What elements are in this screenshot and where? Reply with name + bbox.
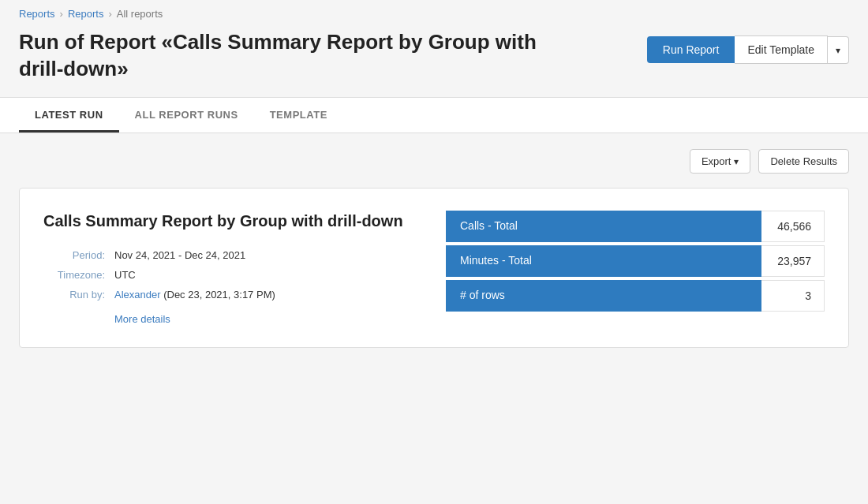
- breadcrumb-reports-1[interactable]: Reports: [19, 8, 55, 20]
- run-by-value: Alexander (Dec 23, 2021, 3:17 PM): [114, 289, 422, 301]
- edit-template-dropdown-button[interactable]: [828, 36, 849, 64]
- export-button[interactable]: Export: [690, 149, 751, 174]
- delete-results-button[interactable]: Delete Results: [758, 149, 849, 174]
- stat-row: Calls - Total46,566: [446, 211, 825, 242]
- edit-template-button[interactable]: Edit Template: [735, 35, 828, 64]
- breadcrumb: Reports › Reports › All reports: [0, 0, 868, 24]
- export-chevron-icon: [734, 155, 739, 167]
- more-details-link[interactable]: More details: [114, 313, 422, 325]
- stat-label-0: Calls - Total: [446, 211, 761, 242]
- export-label: Export: [702, 155, 731, 167]
- breadcrumb-sep-1: ›: [60, 8, 63, 20]
- report-meta: Period: Nov 24, 2021 - Dec 24, 2021 Time…: [43, 249, 422, 325]
- tab-latest-run[interactable]: LATEST RUN: [19, 98, 119, 133]
- header-actions: Run Report Edit Template: [647, 35, 849, 64]
- stat-row: # of rows3: [446, 280, 825, 312]
- action-bar: Export Delete Results: [19, 149, 849, 174]
- stat-row: Minutes - Total23,957: [446, 245, 825, 277]
- breadcrumb-current: All reports: [117, 8, 163, 20]
- tab-all-report-runs[interactable]: ALL REPORT RUNS: [119, 98, 254, 133]
- stat-value-1: 23,957: [761, 245, 825, 277]
- report-info: Calls Summary Report by Group with drill…: [43, 211, 446, 325]
- run-by-name-link[interactable]: Alexander: [114, 289, 161, 301]
- period-label: Period:: [43, 249, 114, 261]
- run-by-date: (Dec 23, 2021, 3:17 PM): [161, 289, 275, 301]
- content-area: Export Delete Results Calls Summary Repo…: [0, 133, 868, 364]
- timezone-value: UTC: [114, 269, 422, 281]
- breadcrumb-reports-2[interactable]: Reports: [68, 8, 104, 20]
- report-card: Calls Summary Report by Group with drill…: [19, 188, 849, 348]
- timezone-label: Timezone:: [43, 269, 114, 281]
- page-title: Run of Report «Calls Summary Report by G…: [19, 29, 556, 83]
- run-by-label: Run by:: [43, 289, 114, 301]
- report-stats: Calls - Total46,566Minutes - Total23,957…: [446, 211, 825, 325]
- stat-value-0: 46,566: [761, 211, 825, 242]
- stat-value-2: 3: [761, 280, 825, 312]
- breadcrumb-sep-2: ›: [108, 8, 111, 20]
- period-value: Nov 24, 2021 - Dec 24, 2021: [114, 249, 422, 261]
- run-report-button[interactable]: Run Report: [647, 36, 735, 63]
- report-name: Calls Summary Report by Group with drill…: [43, 211, 422, 232]
- tab-template[interactable]: TEMPLATE: [254, 98, 343, 133]
- chevron-down-icon: [836, 44, 840, 56]
- page-wrapper: Reports › Reports › All reports Run of R…: [0, 0, 868, 504]
- stat-label-2: # of rows: [446, 280, 761, 312]
- stat-label-1: Minutes - Total: [446, 245, 761, 277]
- page-header: Run of Report «Calls Summary Report by G…: [0, 24, 868, 97]
- tabs-bar: LATEST RUN ALL REPORT RUNS TEMPLATE: [0, 97, 868, 133]
